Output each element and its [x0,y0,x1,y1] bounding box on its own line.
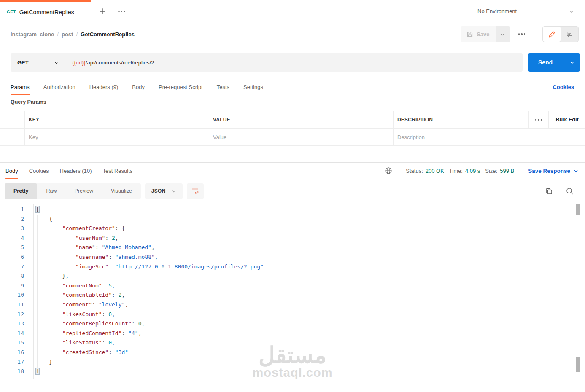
tab-params[interactable]: Params [11,79,30,95]
search-icon[interactable] [566,187,574,195]
scrollbar-thumb[interactable] [576,357,580,372]
params-more-options-button[interactable] [529,111,549,128]
breadcrumb-collection[interactable]: instagram_clone [11,31,54,38]
tab-bar: No Environment GET GetCommentReplies [0,0,585,22]
line-number-gutter: 123456789101112131415161718 [0,205,24,376]
tab-pre-request-script[interactable]: Pre-request Script [159,79,203,95]
method-selector[interactable]: GET [11,53,66,72]
view-visualize-button[interactable]: Visualize [102,183,141,199]
gutter-border [33,204,34,379]
column-header-value: VALUE [209,111,394,128]
tab-title: GetCommentReplies [19,9,74,16]
chevron-down-icon [171,188,176,194]
time-value: 4.09 s [465,168,480,174]
tab-method-badge: GET [7,10,16,14]
copy-icon[interactable] [545,187,553,195]
response-header-row: Body Cookies Headers (10) Test Results S… [0,162,585,179]
save-options-button[interactable] [496,26,510,42]
postman-window: No Environment GET GetCommentReplies ins… [0,0,585,392]
response-tab-body[interactable]: Body [5,163,18,179]
cookies-link[interactable]: Cookies [553,84,574,90]
save-response-label: Save Response [528,168,570,174]
chevron-down-icon [569,60,575,65]
save-floppy-icon [466,31,473,38]
format-selector[interactable]: JSON [145,183,183,199]
response-tab-cookies[interactable]: Cookies [29,163,49,179]
param-key-input[interactable] [29,134,209,140]
tab-authorization[interactable]: Authorization [43,79,75,95]
response-tab-test-results[interactable]: Test Results [102,163,132,179]
response-body-code[interactable]: 123456789101112131415161718 [ { "comment… [0,203,579,392]
wrap-text-icon [191,187,199,195]
save-button[interactable]: Save [461,26,495,42]
plus-icon [99,8,106,15]
wrap-lines-button[interactable] [187,183,204,199]
save-button-group: Save [461,26,510,42]
edit-mode-button[interactable] [543,27,561,42]
method-label: GET [17,59,29,66]
response-meta: Status: 200 OK Time: 4.09 s Size: 599 B … [385,166,579,175]
save-label: Save [477,31,489,38]
tab-headers[interactable]: Headers (9) [89,79,119,95]
format-label: JSON [151,188,166,194]
tab-strip: No Environment [91,0,585,22]
chevron-down-icon [573,168,579,174]
comment-bubble-icon [566,31,573,38]
url-variable: {{url}} [72,59,86,66]
request-url-row: GET {{url}}/api/comments/reel/replies/2 … [0,46,585,78]
breadcrumb-separator: / [76,31,78,38]
size-value: 599 B [500,168,514,174]
meatball-menu-icon [518,33,526,35]
environment-label: No Environment [477,8,517,14]
send-button[interactable]: Send [528,53,563,72]
response-tools [545,187,579,195]
chevron-down-icon [500,32,505,37]
save-response-button[interactable]: Save Response [528,168,579,174]
response-tab-headers[interactable]: Headers (10) [60,163,92,179]
params-header-row: KEY VALUE DESCRIPTION Bulk Edit [0,111,585,129]
meatball-menu-icon [535,119,542,121]
new-tab-button[interactable] [99,8,106,15]
request-header-row: instagram_clone / post / GetCommentRepli… [0,22,585,46]
breadcrumb-separator: / [57,31,59,38]
globe-icon[interactable] [385,167,392,175]
request-tab[interactable]: GET GetCommentReplies [0,0,91,22]
chevron-down-icon [569,8,574,14]
param-value-input[interactable] [213,134,393,140]
url-path: /api/comments/reel/replies/2 [86,59,154,66]
chevron-down-icon [54,60,59,65]
params-row-handle[interactable] [0,129,25,145]
pencil-icon [548,31,555,38]
tab-body[interactable]: Body [132,79,145,95]
scrollbar-thumb[interactable] [576,204,580,215]
comments-button[interactable] [561,27,578,42]
tab-settings[interactable]: Settings [243,79,263,95]
tab-tests[interactable]: Tests [217,79,229,95]
view-raw-button[interactable]: Raw [37,183,65,199]
code-lines: [ { "commentCreator": { "userNum": 2, "n… [36,205,264,376]
param-description-input[interactable] [397,134,585,140]
query-params-table: KEY VALUE DESCRIPTION Bulk Edit [0,111,585,146]
size-label: Size: [485,168,497,174]
time-label: Time: [449,168,463,174]
breadcrumb-request-name[interactable]: GetCommentReplies [81,31,135,38]
send-options-button[interactable] [563,53,580,72]
column-header-key: KEY [25,111,209,128]
view-preview-button[interactable]: Preview [65,183,102,199]
query-params-label: Query Params [11,99,46,105]
url-input[interactable]: {{url}}/api/comments/reel/replies/2 [66,53,523,72]
status-value: 200 OK [426,168,444,174]
divider [534,29,534,40]
view-pretty-button[interactable]: Pretty [5,183,37,199]
meatball-menu-icon [118,11,125,12]
tab-options-button[interactable] [118,11,125,12]
params-handle-column [0,111,25,128]
environment-selector[interactable]: No Environment [467,0,585,22]
view-mode-group: Pretty Raw Preview Visualize [5,183,141,199]
request-tabs: Params Authorization Headers (9) Body Pr… [11,78,574,95]
bulk-edit-button[interactable]: Bulk Edit [549,111,585,128]
request-more-actions-button[interactable] [518,33,526,35]
status-label: Status: [406,168,423,174]
breadcrumb-folder[interactable]: post [62,31,73,38]
params-input-row [0,129,585,146]
